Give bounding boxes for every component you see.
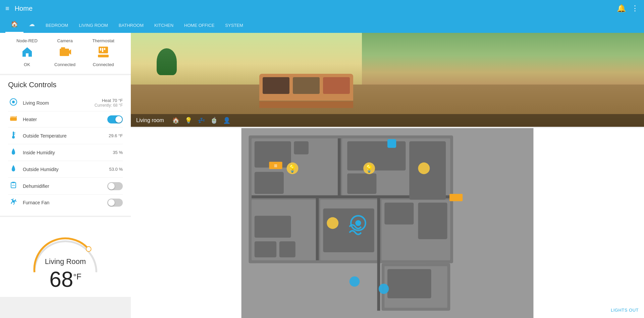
lights-out-button[interactable]: LIGHTS OUT xyxy=(611,308,639,313)
heater-icon xyxy=(8,115,19,124)
thermostat-status: Connected xyxy=(92,62,114,67)
outside-humidity-value: 53.0 % xyxy=(109,167,123,172)
room-label: Living room xyxy=(136,117,164,123)
room-cup-icon[interactable]: 🍵 xyxy=(210,117,218,124)
menu-icon[interactable]: ≡ xyxy=(5,5,9,12)
furnace-fan-toggle[interactable] xyxy=(107,199,123,207)
quick-controls-title: Quick Controls xyxy=(8,81,123,89)
svg-rect-44 xyxy=(255,241,276,257)
dehumidifier-label: Dehumidifier xyxy=(23,183,107,189)
room-sleep-icon[interactable]: 💤 xyxy=(198,117,205,124)
furnace-fan-label: Furnace Fan xyxy=(23,200,107,205)
right-panel: Living room 🏠 💡 💤 🍵 👤 xyxy=(131,33,644,318)
inside-humidity-icon xyxy=(8,148,19,157)
svg-point-55 xyxy=(327,217,338,229)
room-controls: 🏠 💡 💤 🍵 👤 xyxy=(172,117,230,124)
inside-humidity-label: Inside Humidity xyxy=(23,150,113,155)
svg-rect-49 xyxy=(387,269,431,298)
outside-humidity-label: Outside Humidity xyxy=(23,167,109,172)
svg-rect-14 xyxy=(15,116,15,117)
nav-tab-bathroom[interactable]: BATHROOM xyxy=(113,19,149,32)
room-light-icon[interactable]: 💡 xyxy=(185,117,192,124)
room-label-bar: Living room 🏠 💡 💤 🍵 👤 xyxy=(131,114,644,127)
nav-tab-livingroom[interactable]: LIVING ROOM xyxy=(73,19,113,32)
svg-rect-41 xyxy=(347,173,376,194)
outside-temp-label: Outside Temperature xyxy=(23,133,109,139)
qc-row-outside-temp: Outside Temperature 29.6 °F xyxy=(8,127,123,144)
thermostat-card: Living Room 68°F xyxy=(0,217,131,297)
svg-rect-0 xyxy=(60,49,69,56)
svg-text:≡: ≡ xyxy=(274,162,277,169)
dehumidifier-toggle[interactable] xyxy=(107,182,123,190)
status-item-camera: Camera Connected xyxy=(54,38,75,67)
svg-rect-39 xyxy=(255,172,284,194)
nav-label-livingroom: LIVING ROOM xyxy=(79,23,108,28)
svg-rect-15 xyxy=(16,116,17,117)
svg-rect-4 xyxy=(100,48,101,51)
thermostat-label: Thermostat xyxy=(92,38,114,43)
svg-rect-38 xyxy=(294,141,309,154)
nav-tab-cloud[interactable]: ☁ xyxy=(23,16,40,32)
app-title: Home xyxy=(15,5,617,12)
nav-tab-home[interactable]: 🏠 xyxy=(5,16,23,33)
floor-plan-card: 💡 💡 ≡ xyxy=(131,128,644,318)
outside-temp-value: 29.6 °F xyxy=(109,133,123,138)
bell-icon[interactable]: 🔔 xyxy=(617,4,626,13)
top-bar: ≡ Home 🔔 ⋮ xyxy=(0,0,644,17)
svg-rect-16 xyxy=(13,131,14,136)
more-icon[interactable]: ⋮ xyxy=(631,4,639,13)
qc-row-furnace-fan: Furnace Fan xyxy=(8,195,123,210)
svg-rect-12 xyxy=(12,116,13,117)
nav-label-homeoffice: HOME OFFICE xyxy=(184,23,214,28)
thermostat-room: Living Room xyxy=(7,257,124,266)
svg-text:💡: 💡 xyxy=(288,164,298,173)
svg-rect-6 xyxy=(104,48,105,50)
outside-temp-icon xyxy=(8,131,19,141)
status-item-thermostat: Thermostat Connected xyxy=(92,38,114,67)
nodered-status: OK xyxy=(16,62,38,67)
svg-rect-43 xyxy=(255,216,291,237)
svg-rect-61 xyxy=(449,194,463,201)
left-panel: Node-RED OK Camera Connected xyxy=(0,33,131,318)
main-content: Node-RED OK Camera Connected xyxy=(0,33,644,318)
svg-rect-60 xyxy=(387,139,396,148)
cloud-icon: ☁ xyxy=(29,20,35,28)
svg-rect-5 xyxy=(102,48,103,52)
nav-tab-system[interactable]: SYSTEM xyxy=(220,19,248,32)
svg-rect-21 xyxy=(12,182,15,183)
home-icon: 🏠 xyxy=(11,20,18,28)
thermostat-status-icon xyxy=(92,46,114,61)
top-icons: 🔔 ⋮ xyxy=(617,4,639,13)
room-image-card: Living room 🏠 💡 💤 🍵 👤 xyxy=(131,33,644,127)
svg-rect-48 xyxy=(418,203,447,239)
svg-point-23 xyxy=(86,247,91,252)
nav-tab-kitchen[interactable]: KITCHEN xyxy=(149,19,179,32)
qc-row-livingroom: Living Room Heat 70 °F Currently: 68 °F xyxy=(8,95,123,111)
nodered-icon xyxy=(16,46,38,61)
camera-status: Connected xyxy=(54,62,75,67)
svg-rect-10 xyxy=(10,117,17,121)
svg-rect-45 xyxy=(279,241,296,257)
status-item-nodered: Node-RED OK xyxy=(16,38,38,67)
quick-controls-card: Quick Controls Living Room Heat 70 °F Cu… xyxy=(0,75,131,216)
nav-label-kitchen: KITCHEN xyxy=(154,23,173,28)
nodered-label: Node-RED xyxy=(16,38,38,43)
nav-tab-homeoffice[interactable]: HOME OFFICE xyxy=(179,19,220,32)
svg-point-62 xyxy=(350,276,360,286)
svg-rect-2 xyxy=(61,47,65,49)
svg-point-17 xyxy=(12,136,15,139)
nav-tab-bedroom[interactable]: BEDROOM xyxy=(40,19,73,32)
heater-toggle[interactable] xyxy=(107,115,123,123)
room-person-icon[interactable]: 👤 xyxy=(223,117,230,124)
furnace-fan-icon xyxy=(8,198,19,207)
svg-point-54 xyxy=(418,162,430,174)
svg-marker-1 xyxy=(69,49,71,55)
camera-label: Camera xyxy=(54,38,75,43)
inside-humidity-value: 35 % xyxy=(113,150,123,155)
dehumidifier-icon xyxy=(8,181,19,191)
room-home-icon[interactable]: 🏠 xyxy=(172,117,179,124)
qc-row-inside-humidity: Inside Humidity 35 % xyxy=(8,144,123,161)
nav-label-bedroom: BEDROOM xyxy=(46,23,68,28)
thermostat-temp: 68°F xyxy=(7,269,124,290)
svg-point-9 xyxy=(12,101,15,103)
